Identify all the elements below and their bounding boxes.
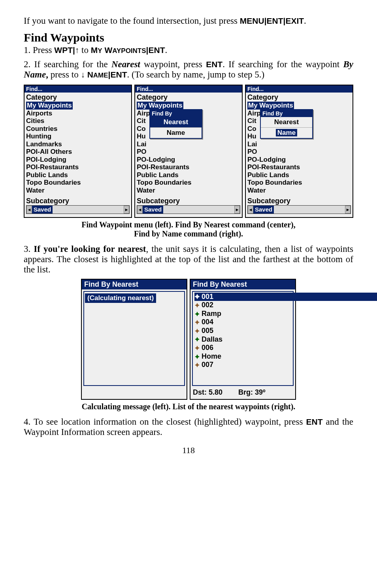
- waypoint-icon: [194, 345, 200, 351]
- svg-marker-4: [195, 329, 200, 333]
- key-exit: EXIT: [285, 16, 304, 25]
- key-ent: ENT: [306, 417, 322, 426]
- list-item[interactable]: Home: [194, 352, 291, 361]
- list-item: Topo Boundaries: [137, 179, 240, 187]
- list-item[interactable]: Hunting: [26, 132, 130, 140]
- caption-2: Calculating message (left). List of the …: [24, 402, 353, 411]
- list-item[interactable]: Cities: [26, 117, 130, 125]
- waypoint-icon: [194, 294, 200, 299]
- intro-text: If you want to navigate to the found int…: [24, 16, 240, 26]
- list-item[interactable]: Countries: [26, 125, 130, 133]
- list-item[interactable]: Topo Boundaries: [26, 179, 130, 187]
- saved-selector[interactable]: ◂ Saved ▸: [247, 205, 351, 214]
- list-item[interactable]: Water: [26, 187, 130, 195]
- list-item[interactable]: 006: [194, 344, 291, 352]
- caption-1: Find Waypoint menu (left). Find By Neare…: [24, 220, 353, 238]
- saved-selector[interactable]: ◂ Saved ▸: [137, 205, 240, 214]
- subcategory-label: Subcategory: [137, 197, 240, 205]
- key-menu: MENU: [240, 16, 264, 25]
- waypoint-icon: [194, 303, 200, 308]
- subcategory-label: Subcategory: [26, 197, 130, 205]
- key-ent: ENT: [110, 70, 127, 79]
- window-title: Find...: [246, 85, 352, 93]
- bearing-readout: Brg: 39º: [238, 388, 266, 397]
- window-title: Find By Nearest: [190, 280, 295, 289]
- nearest-emph: Nearest: [111, 59, 140, 69]
- list-item[interactable]: 007: [194, 361, 291, 369]
- waypoint-icon: [194, 320, 200, 325]
- findby-popup: Find By Nearest Name: [149, 109, 202, 139]
- chevron-right-icon[interactable]: ▸: [234, 206, 240, 214]
- category-label: Category: [26, 93, 130, 102]
- svg-marker-1: [195, 303, 200, 308]
- distance-readout: Dst: 5.80: [193, 388, 222, 397]
- list-item[interactable]: My Waypoints: [26, 102, 73, 110]
- status-bar: Dst: 5.80 Brg: 39º: [193, 388, 293, 397]
- list-item: Water: [137, 187, 240, 195]
- intro-paragraph: If you want to navigate to the found int…: [24, 16, 353, 26]
- list-item[interactable]: Ramp: [194, 310, 291, 318]
- svg-marker-7: [195, 354, 200, 359]
- popup-item-name[interactable]: Name: [261, 128, 312, 138]
- popup-title: Find By: [150, 110, 202, 117]
- waypoint-list[interactable]: 001 002 Ramp 004 005 Dallas 006 Home 007: [194, 293, 291, 369]
- findby-popup: Find By Nearest Name: [260, 109, 313, 139]
- list-item[interactable]: 002: [194, 301, 291, 310]
- gps-panel-nearest-list: Find By Nearest 001 002 Ramp 004 005 Dal…: [190, 279, 296, 400]
- list-item[interactable]: POI-Restaurants: [26, 163, 130, 171]
- chevron-left-icon[interactable]: ◂: [248, 206, 253, 214]
- screens-row-1: Find... Category My Waypoints Airports C…: [24, 85, 353, 218]
- down-arrow-icon: ↓: [81, 70, 85, 79]
- list-item: PO: [247, 148, 351, 156]
- list-item: PO-Lodging: [137, 156, 240, 164]
- chevron-left-icon[interactable]: ◂: [137, 206, 143, 214]
- saved-value: Saved: [32, 206, 53, 214]
- step-1: 1. Press WPT|↑ to MY WAYPOINTS|ENT.: [24, 45, 353, 55]
- saved-selector[interactable]: ◂ Saved ▸: [26, 205, 130, 214]
- popup-title: Find By: [261, 110, 312, 117]
- list-item[interactable]: 004: [194, 318, 291, 327]
- list-item[interactable]: POI-Lodging: [26, 156, 130, 164]
- svg-marker-0: [195, 294, 200, 299]
- chevron-left-icon[interactable]: ◂: [26, 206, 32, 214]
- list-item[interactable]: 005: [194, 327, 291, 335]
- list-item[interactable]: Dallas: [194, 335, 291, 344]
- saved-value: Saved: [143, 206, 163, 214]
- chevron-right-icon[interactable]: ▸: [124, 206, 129, 214]
- category-list[interactable]: My Waypoints Airports Cities Countries H…: [26, 102, 130, 195]
- list-item: Lai: [137, 140, 240, 148]
- popup-item-nearest[interactable]: Nearest: [261, 117, 312, 128]
- list-item: Water: [247, 187, 351, 195]
- key-wpt: WPT: [54, 45, 73, 55]
- list-item: POI-Restaurants: [247, 163, 351, 171]
- gps-panel-find-menu: Find... Category My Waypoints Airports C…: [24, 85, 132, 218]
- list-item[interactable]: Public Lands: [26, 171, 130, 179]
- popup-item-name[interactable]: Name: [150, 128, 202, 138]
- list-item: Public Lands: [247, 171, 351, 179]
- list-item[interactable]: Landmarks: [26, 140, 130, 148]
- list-item: Public Lands: [137, 171, 240, 179]
- list-item: Lai: [247, 140, 351, 148]
- window-title: Find...: [135, 85, 242, 93]
- step-3: 3. If you're looking for nearest, the un…: [24, 244, 353, 275]
- gps-panel-findby-nearest: Find... Category My Waypoints Airports C…: [134, 85, 243, 218]
- svg-marker-3: [195, 320, 200, 325]
- waypoint-icon: [194, 362, 200, 368]
- list-item: PO: [137, 148, 240, 156]
- step-2: 2. If searching for the Nearest waypoint…: [24, 59, 353, 80]
- svg-marker-8: [195, 363, 200, 367]
- list-item[interactable]: Airports: [26, 110, 130, 117]
- waypoint-icon: [194, 328, 200, 334]
- list-item: PO-Lodging: [247, 156, 351, 164]
- list-item[interactable]: POI-All Others: [26, 148, 130, 156]
- section-heading: Find Waypoints: [24, 31, 353, 44]
- saved-value: Saved: [253, 206, 274, 214]
- chevron-right-icon[interactable]: ▸: [345, 206, 351, 214]
- category-label: Category: [137, 93, 240, 102]
- svg-marker-2: [195, 312, 200, 316]
- gps-panel-calculating: Find By Nearest (Calculating nearest): [81, 279, 187, 400]
- popup-item-nearest[interactable]: Nearest: [150, 117, 202, 128]
- list-item[interactable]: 001: [194, 293, 377, 301]
- window-title: Find By Nearest: [82, 280, 187, 289]
- step-4: 4. To see location information on the cl…: [24, 417, 353, 437]
